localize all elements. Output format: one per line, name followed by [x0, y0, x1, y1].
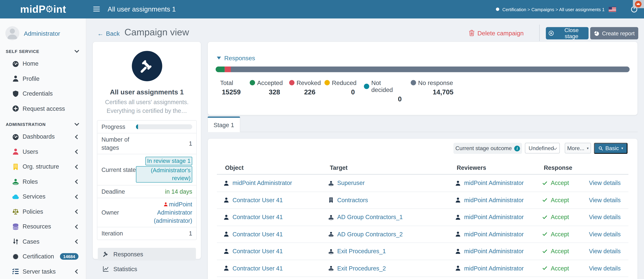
- reviewer-link[interactable]: midPoint Administrator: [464, 214, 524, 221]
- current-state-link[interactable]: In review stage 1: [146, 157, 192, 165]
- object-link[interactable]: Contractor User 41: [232, 214, 283, 221]
- view-details-link[interactable]: View details: [589, 265, 621, 272]
- user-icon: [224, 197, 229, 203]
- view-details-link[interactable]: View details: [589, 248, 621, 255]
- progress-bar: [136, 124, 192, 129]
- sidebar-section-header-administration[interactable]: ADMINISTRATION: [0, 120, 86, 128]
- trash-icon: [469, 30, 474, 36]
- target-link[interactable]: Exit Procedures_2: [337, 265, 386, 272]
- reviewer-link[interactable]: midPoint Administrator: [464, 265, 524, 272]
- header-divider: [539, 24, 540, 41]
- object-link[interactable]: Contractor User 41: [232, 231, 283, 238]
- legend-dot-icon: [289, 80, 295, 85]
- chevron-left-icon: [75, 195, 79, 199]
- delete-campaign-label: Delete campaign: [478, 30, 524, 36]
- view-details-link[interactable]: View details: [589, 231, 621, 238]
- reviewer-cell: midPoint Administrator: [455, 231, 542, 238]
- responses-header-toggle[interactable]: Responses: [217, 54, 255, 61]
- info-icon[interactable]: i: [514, 145, 520, 151]
- view-details-link[interactable]: View details: [589, 214, 621, 221]
- owner-link[interactable]: midPointAdministrator(administrator): [136, 200, 192, 225]
- sidebar-item-certification[interactable]: Certification14684: [0, 249, 86, 264]
- reviewer-link[interactable]: midPoint Administrator: [464, 180, 524, 186]
- sidebar-item-request-access[interactable]: Request access: [0, 101, 86, 116]
- current-state-link[interactable]: (Administrator's review): [136, 166, 192, 183]
- avatar[interactable]: [6, 26, 19, 40]
- user-ring-icon: [328, 248, 334, 254]
- sidebar-user-link[interactable]: Administrator: [24, 30, 60, 37]
- check-icon: [542, 232, 548, 237]
- user-icon: [12, 75, 19, 82]
- page-title: Campaign view: [124, 27, 189, 38]
- back-button[interactable]: ← Back: [97, 30, 120, 37]
- deadline-label: Deadline: [102, 188, 136, 196]
- sidebar-item-services[interactable]: Services: [0, 189, 86, 204]
- sidebar-item-profile[interactable]: Profile: [0, 71, 86, 86]
- check-icon: [542, 180, 548, 186]
- view-details-link[interactable]: View details: [589, 180, 621, 186]
- card-menu-item-responses[interactable]: Responses: [98, 248, 196, 261]
- detail-row-state: Current state In review stage 1(Administ…: [97, 154, 196, 186]
- sidebar-item-cases[interactable]: Cases: [0, 234, 86, 249]
- outcome-select[interactable]: Undefined: [525, 143, 560, 153]
- target-link[interactable]: Superuser: [337, 180, 365, 186]
- target-link[interactable]: AD Group Contractors_2: [337, 231, 403, 238]
- object-link[interactable]: Contractor User 41: [232, 248, 283, 255]
- sidebar-item-dashboards[interactable]: Dashboards: [0, 129, 86, 144]
- view-details-link[interactable]: View details: [589, 197, 621, 203]
- basic-search-button[interactable]: Basic ▾: [594, 143, 628, 154]
- object-cell: Contractor User 41: [224, 248, 328, 255]
- table-row: Contractor User 41AD Group Contractors_1…: [217, 209, 628, 226]
- menu-toggle-icon[interactable]: [93, 6, 100, 11]
- search-icon: [598, 146, 603, 151]
- extension-crown-icon[interactable]: [635, 1, 642, 7]
- bar-segment-revoked: [224, 66, 231, 72]
- actions-cell: View details: [589, 265, 628, 272]
- breadcrumb-item[interactable]: All user assignments 1: [559, 7, 604, 12]
- sidebar-section-header-self-service[interactable]: SELF SERVICE: [0, 47, 86, 55]
- sidebar-item-policies[interactable]: Policies: [0, 204, 86, 219]
- reviewer-cell: midPoint Administrator: [455, 248, 542, 255]
- sidebar-item-home[interactable]: Home: [0, 56, 86, 71]
- target-link[interactable]: AD Group Contractors_1: [337, 214, 403, 221]
- col-header-object[interactable]: Object: [224, 165, 328, 171]
- campaign-description: Certifies all users' assignments. Everyt…: [93, 98, 201, 115]
- reviewer-link[interactable]: midPoint Administrator: [464, 248, 524, 255]
- target-link[interactable]: Exit Procedures_1: [337, 248, 386, 255]
- close-stage-button[interactable]: Close stage: [546, 27, 588, 39]
- sidebar-item-label: Roles: [23, 178, 76, 185]
- breadcrumb-item[interactable]: Certification: [502, 7, 526, 12]
- locale-flag-us[interactable]: [608, 7, 616, 12]
- object-link[interactable]: Contractor User 41: [232, 265, 283, 272]
- more-filters-button[interactable]: More... ▾: [565, 143, 591, 153]
- reviewer-link[interactable]: midPoint Administrator: [464, 231, 524, 238]
- delete-campaign-button[interactable]: Delete campaign: [469, 30, 524, 36]
- object-link[interactable]: Contractor User 41: [232, 197, 283, 203]
- more-label: More...: [567, 145, 584, 151]
- midpoint-logo[interactable]: midP⚙int: [0, 0, 86, 18]
- object-link[interactable]: midPoint Administrator: [232, 180, 292, 186]
- reviewer-link[interactable]: midPoint Administrator: [464, 197, 524, 203]
- sidebar-item-resources[interactable]: Resources: [0, 219, 86, 234]
- sidebar-item-credentials[interactable]: Credentials: [0, 86, 86, 101]
- card-menu-item-statistics[interactable]: Statistics: [98, 263, 196, 275]
- col-header-target[interactable]: Target: [328, 165, 455, 171]
- deadline-value: in 14 days: [136, 188, 192, 195]
- sidebar-item-users[interactable]: Users: [0, 144, 86, 159]
- tab-stage-1[interactable]: Stage 1: [208, 116, 240, 132]
- target-link[interactable]: Contractors: [337, 197, 368, 203]
- chevron-left-icon: [75, 210, 79, 214]
- check-icon: [542, 249, 548, 254]
- stat-revoked: Revoked226: [289, 79, 316, 103]
- user-icon: [455, 231, 461, 237]
- sidebar-item-label: Home: [23, 60, 78, 67]
- create-report-button[interactable]: Create report: [590, 27, 638, 39]
- section-label: SELF SERVICE: [6, 49, 39, 54]
- user-summary: Administrator: [0, 24, 86, 42]
- sidebar-item-server-tasks[interactable]: Server tasks: [0, 264, 86, 279]
- progress-label: Progress: [102, 123, 136, 131]
- user-icon: [455, 265, 461, 271]
- sidebar-item-roles[interactable]: Roles: [0, 174, 86, 189]
- breadcrumb-item[interactable]: Campaigns: [532, 7, 554, 12]
- sidebar-item-org-structure[interactable]: Org. structure: [0, 159, 86, 174]
